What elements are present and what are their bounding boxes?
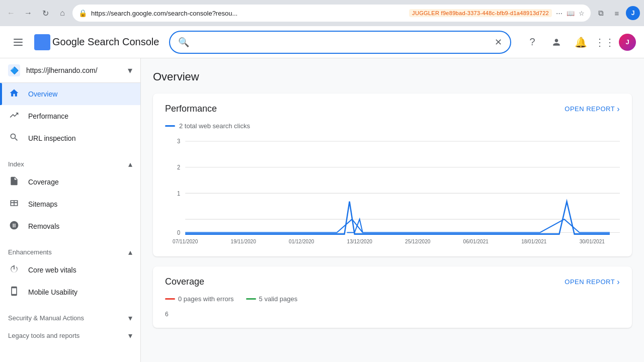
search-bar: 🔍 h ✕ xyxy=(169,31,511,54)
section-header-security[interactable]: Security & Manual Actions ▾ xyxy=(0,307,140,325)
coverage-open-report-button[interactable]: OPEN REPORT › xyxy=(565,278,620,287)
legend-item-valid: 5 valid pages xyxy=(246,295,298,303)
juggler-badge: JUGGLER f9e89bad-3373-448c-bfb9-d1a48913… xyxy=(409,9,552,17)
pocket-icon[interactable]: 📖 xyxy=(567,10,575,17)
back-button[interactable]: ← xyxy=(4,6,18,20)
sidebar-item-coverage[interactable]: Coverage xyxy=(0,171,140,193)
main-area: 🔷 https://jlhernando.com/ ▾ Overview Per… xyxy=(0,58,644,362)
sidebar-item-performance[interactable]: Performance xyxy=(0,105,140,127)
lock-icon: 🔒 xyxy=(78,9,87,17)
avatar[interactable]: J xyxy=(619,34,636,51)
sidebar: 🔷 https://jlhernando.com/ ▾ Overview Per… xyxy=(0,58,141,362)
hamburger-button[interactable] xyxy=(8,32,28,52)
section-chevron-enhancements: ▴ xyxy=(128,247,132,257)
section-header-legacy[interactable]: Legacy tools and reports ▾ xyxy=(0,325,140,342)
browser-chrome: ← → ↻ ⌂ 🔒 https://search.google.com/sear… xyxy=(0,0,644,26)
search-input[interactable]: h xyxy=(195,38,489,47)
address-bar[interactable]: 🔒 https://search.google.com/search-conso… xyxy=(72,5,591,22)
sidebar-item-url-inspection[interactable]: URL inspection xyxy=(0,127,140,149)
section-chevron-security: ▾ xyxy=(128,313,132,323)
home-button[interactable]: ⌂ xyxy=(55,6,69,20)
property-url: https://jlhernando.com/ xyxy=(26,66,122,74)
legend-dot-valid xyxy=(246,298,256,300)
sidebar-item-overview[interactable]: Overview xyxy=(0,83,140,105)
sidebar-item-removals[interactable]: Removals xyxy=(0,215,140,237)
search-bar-container: 🔍 h ✕ xyxy=(169,31,511,54)
svg-rect-0 xyxy=(14,39,23,40)
sidebar-label-url-inspection: URL inspection xyxy=(28,134,75,142)
legend-item-errors: 0 pages with errors xyxy=(165,295,234,303)
section-header-enhancements[interactable]: Enhancements ▴ xyxy=(0,241,140,259)
trending-up-icon xyxy=(8,110,20,123)
sidebar-item-sitemaps[interactable]: Sitemaps xyxy=(0,193,140,215)
property-dropdown-icon: ▾ xyxy=(128,65,132,76)
legend-label-valid: 5 valid pages xyxy=(259,295,298,303)
file-icon xyxy=(8,176,20,189)
forward-button[interactable]: → xyxy=(21,6,35,20)
sidebar-item-core-web-vitals[interactable]: Core web vitals xyxy=(0,259,140,281)
coverage-y-label: 6 xyxy=(165,311,169,318)
app-logo: Google Search Console xyxy=(34,34,159,50)
property-selector[interactable]: 🔷 https://jlhernando.com/ ▾ xyxy=(0,58,140,83)
smartphone-icon xyxy=(8,286,20,299)
legend-label-clicks: 2 total web search clicks xyxy=(179,122,250,130)
header-actions: ? 🔔 ⋮⋮ J xyxy=(522,32,636,52)
sidebar-item-mobile-usability[interactable]: Mobile Usability xyxy=(0,281,140,303)
chevron-right-icon: › xyxy=(617,105,620,114)
grid-icon xyxy=(8,198,20,211)
more-options-icon[interactable]: ⋯ xyxy=(556,10,562,17)
home-icon xyxy=(8,88,20,101)
section-chevron-index: ▴ xyxy=(128,159,132,169)
section-title-index: Index xyxy=(8,160,24,168)
sidebar-label-mobile-usability: Mobile Usability xyxy=(28,288,77,296)
svg-rect-1 xyxy=(14,42,23,43)
search-icon[interactable]: 🔍 xyxy=(178,37,189,48)
sidebar-label-sitemaps: Sitemaps xyxy=(28,200,57,208)
sidebar-label-core-web-vitals: Core web vitals xyxy=(28,266,76,274)
app-container: Google Search Console 🔍 h ✕ ? 🔔 ⋮⋮ J 🔷 xyxy=(0,26,644,362)
coverage-legend: 0 pages with errors 5 valid pages xyxy=(165,295,620,303)
apps-button[interactable]: ⋮⋮ xyxy=(595,32,615,52)
sidebar-label-coverage: Coverage xyxy=(28,178,59,186)
menu-button[interactable]: ≡ xyxy=(610,6,624,20)
page-title: Overview xyxy=(153,70,632,83)
browser-actions: ⧉ ≡ J xyxy=(594,6,640,20)
section-title-enhancements: Enhancements xyxy=(8,248,52,256)
sidebar-label-overview: Overview xyxy=(28,90,57,98)
google-logo xyxy=(34,34,50,50)
url-text: https://search.google.com/search-console… xyxy=(91,10,405,17)
help-button[interactable]: ? xyxy=(522,32,542,52)
coverage-card-title: Coverage xyxy=(165,277,204,287)
performance-card: Performance OPEN REPORT › 2 total web se… xyxy=(153,94,632,256)
section-header-index[interactable]: Index ▴ xyxy=(0,153,140,171)
notifications-button[interactable]: 🔔 xyxy=(571,32,591,52)
clear-icon[interactable]: ✕ xyxy=(495,37,502,48)
sidebar-label-removals: Removals xyxy=(28,222,59,230)
legend-line-clicks xyxy=(165,125,175,127)
sidebar-label-performance: Performance xyxy=(28,112,68,120)
coverage-chart-y-start: 6 xyxy=(165,309,620,318)
performance-card-title: Performance xyxy=(165,104,217,114)
performance-open-report-button[interactable]: OPEN REPORT › xyxy=(565,105,620,114)
legend-dot-errors xyxy=(165,298,175,300)
performance-line-overlay xyxy=(165,136,620,246)
app-header: Google Search Console 🔍 h ✕ ? 🔔 ⋮⋮ J xyxy=(0,26,644,58)
performance-legend: 2 total web search clicks xyxy=(165,122,620,130)
section-title-security: Security & Manual Actions xyxy=(8,314,84,322)
reload-button[interactable]: ↻ xyxy=(38,6,52,20)
tabs-button[interactable]: ⧉ xyxy=(594,6,608,20)
bookmark-icon[interactable]: ☆ xyxy=(579,10,585,17)
section-chevron-legacy: ▾ xyxy=(128,331,132,340)
search-nav-icon xyxy=(8,132,20,145)
browser-profile[interactable]: J xyxy=(626,6,640,20)
speed-icon xyxy=(8,264,20,277)
performance-chart: 3 2 1 0 07/11/2020 xyxy=(165,136,620,246)
performance-card-header: Performance OPEN REPORT › xyxy=(165,104,620,114)
section-title-legacy: Legacy tools and reports xyxy=(8,332,79,339)
block-icon xyxy=(8,220,20,233)
coverage-card-header: Coverage OPEN REPORT › xyxy=(165,277,620,287)
legend-label-errors: 0 pages with errors xyxy=(178,295,234,303)
coverage-card: Coverage OPEN REPORT › 0 pages with erro… xyxy=(153,266,632,328)
coverage-chevron-right-icon: › xyxy=(617,278,620,287)
user-settings-button[interactable] xyxy=(546,32,567,52)
